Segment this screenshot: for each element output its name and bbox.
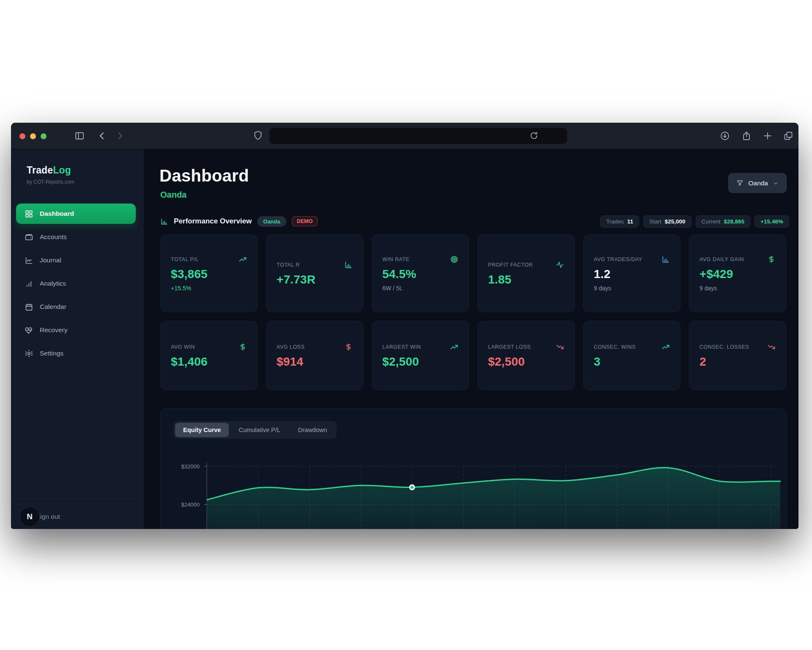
card-value: $2,500 bbox=[382, 355, 458, 369]
overview-stat-pill: +15.46% bbox=[754, 215, 789, 228]
card-subvalue: 9 days bbox=[594, 285, 670, 292]
card-value: $1,406 bbox=[171, 355, 247, 369]
stat-card: LARGEST LOSS $2,500 bbox=[477, 321, 575, 390]
calendar-icon bbox=[25, 303, 33, 311]
browser-window: TradeLog by COT-Reports.com Dashboard Ac… bbox=[11, 123, 798, 529]
card-label: AVG LOSS bbox=[277, 344, 304, 350]
equity-curve-chart[interactable] bbox=[203, 459, 782, 529]
y-axis-tick-label: $24000 bbox=[167, 501, 200, 508]
stat-label: Current bbox=[702, 218, 721, 225]
card-label: TOTAL P/L bbox=[171, 256, 198, 262]
app-logo: TradeLog by COT-Reports.com bbox=[11, 149, 143, 185]
card-label: AVG WIN bbox=[171, 344, 195, 350]
stat-card: AVG LOSS $914 bbox=[266, 321, 363, 390]
tab-overview-icon[interactable] bbox=[783, 131, 793, 141]
sidebar-item-recovery[interactable]: Recovery bbox=[16, 320, 136, 340]
privacy-shield-icon[interactable] bbox=[253, 130, 263, 140]
tab-equity-curve[interactable]: Equity Curve bbox=[175, 423, 229, 437]
card-subvalue: 6W / 5L bbox=[382, 285, 458, 292]
page-subtitle: Oanda bbox=[160, 190, 187, 200]
card-label: AVG DAILY GAIN bbox=[700, 256, 744, 262]
sidebar-toggle-icon[interactable] bbox=[74, 131, 85, 141]
stat-value: +15.46% bbox=[760, 218, 783, 225]
app-sidebar: TradeLog by COT-Reports.com Dashboard Ac… bbox=[11, 149, 143, 529]
sidebar-item-label: Journal bbox=[40, 256, 61, 264]
card-label: CONSEC. WINS bbox=[594, 344, 636, 350]
stat-card: CONSEC. LOSSES 2 bbox=[689, 321, 786, 390]
sidebar-item-analytics[interactable]: Analytics bbox=[16, 273, 136, 294]
trending-down-icon bbox=[556, 343, 564, 351]
trending-down-icon bbox=[767, 343, 776, 351]
card-label: CONSEC. LOSSES bbox=[700, 344, 749, 350]
overview-stat-pill: Current $28,865 bbox=[696, 215, 751, 228]
browser-titlebar bbox=[11, 123, 798, 149]
page-title: Dashboard bbox=[159, 166, 249, 185]
sidebar-item-label: Accounts bbox=[40, 233, 67, 241]
sidebar-item-label: Calendar bbox=[40, 303, 66, 311]
account-filter-button[interactable]: Oanda bbox=[728, 173, 787, 193]
brand-primary: Trade bbox=[27, 165, 53, 176]
stat-label: Trades bbox=[606, 218, 624, 225]
stat-card: AVG TRADES/DAY 1.2 9 days bbox=[583, 234, 680, 312]
card-value: 54.5% bbox=[382, 267, 458, 281]
sidebar-nav: Dashboard Accounts Journal Analytics Cal… bbox=[11, 204, 143, 364]
reload-icon[interactable] bbox=[529, 131, 538, 140]
card-subvalue: 9 days bbox=[700, 285, 776, 292]
card-label: TOTAL R bbox=[277, 262, 300, 268]
overview-stat-pill: Start $25,000 bbox=[643, 215, 691, 228]
tab-drawdown[interactable]: Drawdown bbox=[290, 423, 335, 437]
sidebar-item-journal[interactable]: Journal bbox=[16, 250, 136, 270]
share-icon[interactable] bbox=[741, 131, 752, 141]
gear-icon bbox=[25, 349, 33, 358]
dollar-icon bbox=[344, 343, 353, 351]
back-button[interactable] bbox=[97, 131, 107, 141]
chart-tabs: Equity CurveCumulative P/LDrawdown bbox=[173, 421, 337, 439]
heart-pulse-icon bbox=[25, 326, 33, 335]
avatar[interactable]: N bbox=[19, 507, 40, 527]
grid-icon bbox=[25, 209, 33, 218]
overview-row: Performance Overview Oanda DEMO Trades 1… bbox=[160, 215, 789, 228]
zoom-window-button[interactable] bbox=[41, 133, 47, 139]
stat-value: $28,865 bbox=[724, 218, 745, 225]
card-value: 3 bbox=[594, 355, 670, 369]
sidebar-item-accounts[interactable]: Accounts bbox=[16, 227, 136, 247]
funnel-icon bbox=[736, 179, 743, 187]
overview-stat-pill: Trades 11 bbox=[600, 215, 639, 228]
sidebar-item-label: Dashboard bbox=[40, 210, 74, 218]
downloads-icon[interactable] bbox=[720, 131, 730, 141]
minimize-window-button[interactable] bbox=[30, 133, 36, 139]
close-window-button[interactable] bbox=[19, 133, 25, 139]
performance-chart-icon bbox=[160, 218, 168, 226]
overview-title: Performance Overview bbox=[174, 217, 252, 226]
address-bar[interactable] bbox=[269, 128, 567, 144]
line-chart-icon bbox=[25, 256, 33, 265]
card-subvalue: +15.5% bbox=[171, 285, 247, 292]
window-controls bbox=[19, 133, 47, 139]
sidebar-item-label: Settings bbox=[40, 350, 63, 357]
sidebar-item-label: Recovery bbox=[40, 326, 67, 334]
card-value: $914 bbox=[277, 355, 353, 369]
stat-card: LARGEST WIN $2,500 bbox=[372, 321, 469, 390]
card-value: +$429 bbox=[700, 267, 776, 281]
trending-up-icon bbox=[450, 343, 458, 351]
card-label: WIN RATE bbox=[382, 256, 409, 262]
card-label: LARGEST WIN bbox=[382, 344, 421, 350]
brand-accent: Log bbox=[53, 165, 71, 176]
sidebar-item-label: Analytics bbox=[40, 280, 66, 287]
sidebar-item-settings[interactable]: Settings bbox=[16, 343, 136, 364]
sidebar-item-calendar[interactable]: Calendar bbox=[16, 297, 136, 317]
stat-value: $25,000 bbox=[665, 218, 686, 225]
stat-card: TOTAL P/L $3,865 +15.5% bbox=[160, 234, 258, 312]
main-content: Dashboard Oanda Oanda Performance Overvi… bbox=[143, 149, 798, 529]
card-value: 1.85 bbox=[488, 273, 564, 286]
chart-column-icon bbox=[661, 255, 670, 264]
account-badge: Oanda bbox=[257, 216, 286, 227]
tab-cumulative-p-l[interactable]: Cumulative P/L bbox=[230, 423, 288, 437]
card-label: PROFIT FACTOR bbox=[488, 262, 533, 268]
new-tab-icon[interactable] bbox=[763, 131, 773, 141]
dollar-icon bbox=[239, 343, 247, 351]
forward-button[interactable] bbox=[115, 131, 125, 141]
stat-card: PROFIT FACTOR 1.85 bbox=[477, 234, 575, 312]
sidebar-item-dashboard[interactable]: Dashboard bbox=[16, 204, 136, 224]
card-value: +7.73R bbox=[277, 273, 353, 286]
